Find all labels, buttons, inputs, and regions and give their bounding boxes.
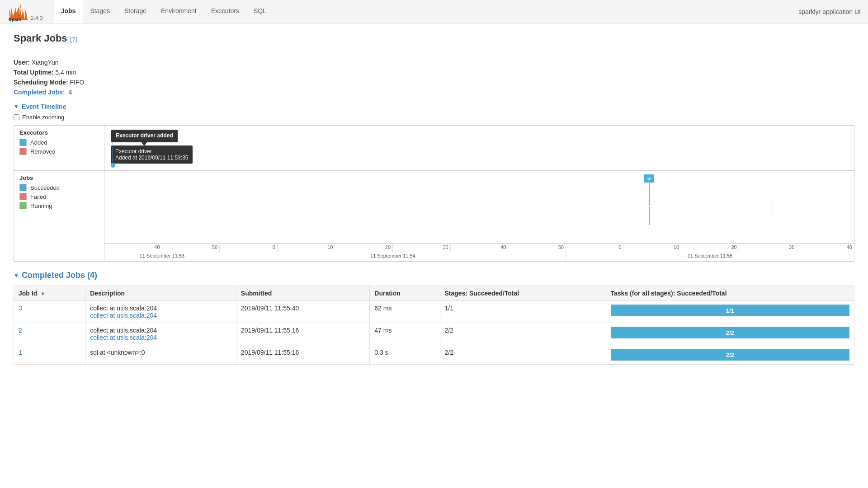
description-cell: collect at utils.scala:204 collect at ut… [85,301,236,323]
nav-stages[interactable]: Stages [83,0,117,23]
description-link[interactable]: collect at utils.scala:204 [90,334,231,341]
succeeded-icon [19,184,27,191]
submitted-cell: 2019/09/11 11:55:16 [236,323,369,345]
job-bar-co: co [644,174,654,183]
jobs-legend: Jobs Succeeded Failed Running [14,171,104,243]
tick-40: 40 [154,244,160,250]
duration-cell: 0.3 s [370,345,440,365]
nav-sql[interactable]: SQL [246,0,274,23]
executor-timeline-row: Executor driver added Executor driver Ad… [104,126,854,171]
description-main: sql at <unknown>:0 [90,349,145,356]
event-timeline-label: Event Timeline [22,103,66,110]
progress-bar: 2/2 [611,349,849,361]
tasks-cell: 2/2 [606,323,854,345]
tick-30a: 30 [443,244,448,250]
jobs-table-header: Job Id ▼ Description Submitted Duration … [14,286,854,301]
legend-removed: Removed [19,148,99,155]
failed-icon [19,193,27,200]
table-row: 1 sql at <unknown>:0 2019/09/11 11:55:16… [14,345,854,365]
stages-cell: 2/2 [440,345,606,365]
job-line-1 [649,183,650,206]
zoom-label[interactable]: Enable zooming [22,114,64,121]
tick-50: 50 [212,244,217,250]
legend-running: Running [19,202,99,209]
date-label-1: 11 September 11:53 [104,252,220,261]
completed-jobs-title-text: Completed Jobs (4) [22,271,97,280]
zoom-checkbox[interactable] [14,114,19,120]
jobs-table-body: 3 collect at utils.scala:204 collect at … [14,301,854,365]
jobs-timeline-row: co [104,171,854,243]
stages-cell: 2/2 [440,323,606,345]
executor-dot [111,163,115,168]
completed-jobs-link[interactable]: Completed Jobs: 4 [14,89,72,96]
timeline-container: Executors Added Removed Jobs Succeeded [14,125,854,262]
col-tasks[interactable]: Tasks (for all stages): Succeeded/Total [606,286,854,301]
nav-storage[interactable]: Storage [117,0,154,23]
brand-logo: Spark 2.4.3 [7,1,43,23]
user-label: User: [14,59,30,66]
job-id-link[interactable]: 2 [19,327,80,334]
job-line-2 [649,207,650,225]
completed-toggle-arrow-icon: ▼ [14,272,19,279]
app-title: sparklyr application UI [798,8,861,15]
uptime-label: Total Uptime: [14,69,53,76]
tick-0b: 0 [618,244,621,250]
tooltip-detail-line1: Executor driver [115,148,188,155]
progress-bar: 1/1 [611,305,849,316]
tick-30b: 30 [789,244,794,250]
tick-20a: 20 [385,244,391,250]
tick-10a: 10 [327,244,333,250]
tick-50a: 50 [558,244,564,250]
nav-links: Jobs Stages Storage Environment Executor… [54,0,799,23]
tick-0a: 0 [273,244,275,250]
scheduling-row: Scheduling Mode: FIFO [14,79,854,86]
tooltip-detail-box: Executor driver Added at 2019/09/11 11:5… [111,145,193,164]
completed-jobs-count: 4 [68,89,72,96]
date-label-2: 11 September 11:54 [220,252,566,261]
col-stages[interactable]: Stages: Succeeded/Total [440,286,606,301]
duration-cell: 47 ms [370,323,440,345]
page-title: Spark Jobs [14,33,67,44]
description-cell: sql at <unknown>:0 [85,345,236,365]
scheduling-value: FIFO [70,79,84,86]
job-id-link[interactable]: 3 [19,305,80,312]
nav-executors[interactable]: Executors [204,0,246,23]
spark-logo-icon: Spark [7,1,29,23]
job-line-3 [772,193,772,221]
submitted-cell: 2019/09/11 11:55:16 [236,345,369,365]
spark-version: 2.4.3 [31,15,43,21]
zoom-checkbox-row: Enable zooming [14,114,854,121]
help-link[interactable]: (?) [70,36,78,43]
date-label-3: 11 September 11:55 [566,252,854,261]
uptime-value: 5.4 min [55,69,76,76]
event-timeline-toggle[interactable]: ▼ Event Timeline [14,103,854,110]
tasks-cell: 1/1 [606,301,854,323]
user-value: XiangYun [32,59,59,66]
svg-text:Spark: Spark [9,16,21,21]
user-row: User: XiangYun [14,59,854,66]
description-link[interactable]: collect at utils.scala:204 [90,312,231,319]
tooltip-box: Executor driver added [111,130,178,142]
progress-bar: 2/2 [611,327,849,338]
description-main: collect at utils.scala:204 [90,327,157,334]
col-duration[interactable]: Duration [370,286,440,301]
job-id-link[interactable]: 1 [19,349,80,356]
stages-cell: 1/1 [440,301,606,323]
duration-cell: 62 ms [370,301,440,323]
axis-ticks-row: 40 50 0 10 20 30 [104,243,854,252]
nav-environment[interactable]: Environment [154,0,204,23]
col-job-id[interactable]: Job Id ▼ [14,286,85,301]
executor-section-title: Executors [19,129,99,136]
nav-jobs[interactable]: Jobs [54,0,83,23]
uptime-row: Total Uptime: 5.4 min [14,69,854,76]
col-description[interactable]: Description [85,286,236,301]
completed-jobs-row: Completed Jobs: 4 [14,89,854,96]
tooltip-arrow-icon [142,142,147,146]
jobs-table: Job Id ▼ Description Submitted Duration … [14,286,854,365]
completed-jobs-section-title: ▼ Completed Jobs (4) [14,271,854,280]
col-submitted[interactable]: Submitted [236,286,369,301]
date-labels-row: 11 September 11:53 11 September 11:54 11… [104,252,854,261]
tick-40b: 40 [847,244,852,250]
tick-40a: 40 [500,244,506,250]
tick-10b: 10 [674,244,679,250]
